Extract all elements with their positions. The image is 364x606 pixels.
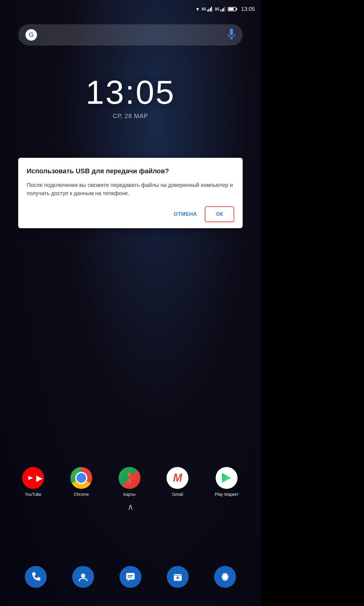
dialog-title: Использовать USB для передачи файлов? — [27, 167, 234, 176]
dialog-body: После подключения вы сможете передавать … — [27, 181, 234, 198]
ok-button[interactable]: ОК — [205, 206, 234, 222]
dialog-buttons: ОТМЕНА ОК — [27, 206, 234, 222]
wifi-icon: ▾ — [196, 6, 199, 12]
signal-3g-2: 3G — [214, 7, 225, 12]
status-icons: ▾ 3G 3G — [196, 6, 255, 12]
battery-icon — [228, 7, 236, 11]
phone-screen: ▾ 3G 3G — [0, 0, 261, 606]
status-time: 13:05 — [241, 6, 255, 12]
usb-dialog: Использовать USB для передачи файлов? По… — [18, 158, 243, 228]
cancel-button[interactable]: ОТМЕНА — [168, 207, 203, 222]
dialog-overlay: Использовать USB для передачи файлов? По… — [0, 0, 261, 606]
status-bar: ▾ 3G 3G — [0, 0, 261, 18]
signal-3g-1: 3G — [201, 7, 212, 12]
